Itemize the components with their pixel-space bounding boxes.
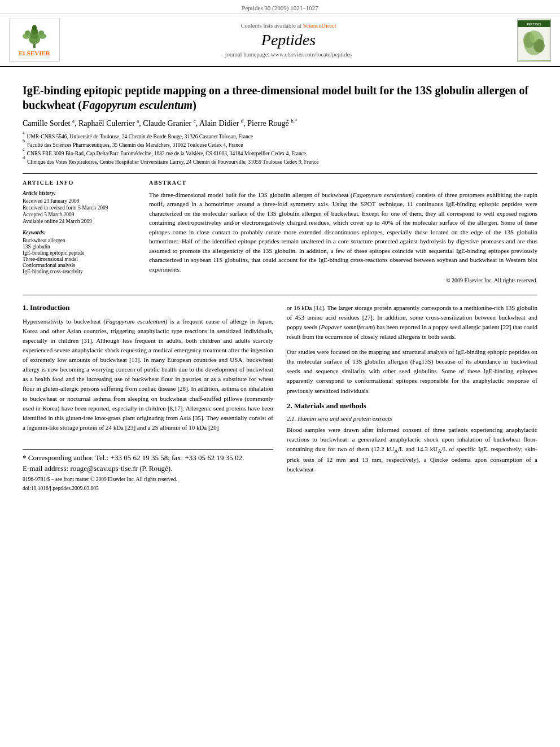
italic-papaver: Papaver somniferum (321, 324, 373, 330)
received-revised-date: Received in revised form 5 March 2009 (23, 205, 135, 211)
received-date: Received 23 January 2009 (23, 198, 135, 204)
svg-rect-0 (33, 43, 36, 48)
aff-text-a: UMR-CNRS 5546, Université de Toulouse, 2… (27, 133, 253, 141)
elsevier-tree-icon (19, 24, 50, 49)
issn-line: 0196-9781/$ – see front matter © 2009 El… (23, 477, 273, 482)
article-info-title: ARTICLE INFO (23, 180, 135, 186)
body-left-col: 1. Introduction Hypersensitivity to buck… (23, 303, 273, 491)
intro-paragraph-right-2: Our studies were focused on the mapping … (287, 347, 537, 395)
aff-sup-d: d (23, 158, 25, 166)
journal-homepage: journal homepage: www.elsevier.com/locat… (65, 51, 511, 58)
affiliations: a UMR-CNRS 5546, Université de Toulouse,… (23, 133, 537, 167)
affiliation-d: d Clinique des Voies Respiratoires, Cent… (23, 158, 537, 166)
sciencedirect-text: Contents lists available at (240, 23, 301, 29)
svg-point-7 (25, 30, 30, 35)
section1-heading: 1. Introduction (23, 303, 273, 312)
svg-point-15 (530, 32, 539, 43)
journal-cover-image: PEPTIDES (517, 19, 551, 62)
journal-volume-info: Peptides 30 (2009) 1021–1027 (242, 5, 318, 11)
journal-header: ELSEVIER Contents lists available at Sci… (0, 14, 560, 67)
authors-line: Camille Sordet a, Raphaël Culerrier a, C… (23, 118, 537, 128)
section2-heading: 2. Materials and methods (287, 401, 537, 410)
keyword-4: Three-dimensional model (23, 256, 135, 262)
page: Peptides 30 (2009) 1021–1027 ELSEVIER (0, 0, 560, 747)
main-content: IgE-binding epitopic peptide mapping on … (0, 67, 560, 503)
svg-point-8 (38, 30, 44, 35)
keywords-section: Keywords: Buckwheat allergen 13S globuli… (23, 230, 135, 274)
article-info-box: ARTICLE INFO Article history: Received 2… (23, 180, 135, 274)
abstract-title: ABSTRACT (149, 180, 537, 186)
title-divider (23, 173, 537, 174)
article-info-col: ARTICLE INFO Article history: Received 2… (23, 180, 135, 284)
sciencedirect-link[interactable]: ScienceDirect (303, 23, 336, 29)
keyword-5: Conformational analysis (23, 263, 135, 268)
keywords-label: Keywords: (23, 230, 135, 235)
footnote-divider: * Corresponding author. Tel.: +33 05 62 … (23, 449, 273, 491)
sciencedirect-line: Contents lists available at ScienceDirec… (65, 23, 511, 29)
article-info-abstract-section: ARTICLE INFO Article history: Received 2… (23, 180, 537, 284)
keyword-3: IgE-binding epitopic peptide (23, 250, 135, 256)
cover-svg-art: PEPTIDES (518, 20, 550, 60)
email-note: E-mail address: rouge@scav.ups-tlse.fr (… (23, 464, 273, 473)
italic-fagopyrum: Fagopyrum esculentum (106, 318, 165, 325)
article-history-label: Article history: (23, 190, 135, 196)
corresponding-author-note: * Corresponding author. Tel.: +33 05 62 … (23, 453, 273, 462)
keyword-6: IgE-binding cross-reactivity (23, 269, 135, 274)
available-online-date: Available online 24 March 2009 (23, 219, 135, 224)
abstract-text: The three-dimensional model built for th… (149, 190, 537, 274)
abstract-col: ABSTRACT The three-dimensional model bui… (149, 180, 537, 284)
affiliation-a: a UMR-CNRS 5546, Université de Toulouse,… (23, 133, 537, 141)
journal-name: Peptides (65, 31, 511, 49)
abstract-italic-1: Fagopyrum esculentum (353, 191, 412, 198)
aff-text-d: Clinique des Voies Respiratoires, Centre… (27, 158, 318, 166)
svg-text:PEPTIDES: PEPTIDES (527, 23, 541, 26)
affiliation-b: b Faculté des Sciences Pharmaceutiques, … (23, 141, 537, 149)
keyword-1: Buckwheat allergen (23, 238, 135, 243)
body-two-col: 1. Introduction Hypersensitivity to buck… (23, 303, 537, 491)
elsevier-logo: ELSEVIER (9, 19, 60, 62)
authors-text: Camille Sordet a, Raphaël Culerrier a, C… (23, 119, 298, 128)
section2-text: Blood samples were drawn after informed … (287, 425, 537, 475)
aff-text-c: CNRS FRE 3009 Bio-Rad, Cap Delta/Parc Eu… (27, 150, 307, 158)
intro-paragraph-right-1: or 16 kDa [14]. The larger storage prote… (287, 303, 537, 342)
journal-center: Contents lists available at ScienceDirec… (65, 19, 511, 62)
article-title: IgE-binding epitopic peptide mapping on … (23, 83, 537, 112)
title-end: ) (193, 99, 196, 111)
body-content: 1. Introduction Hypersensitivity to buck… (23, 295, 537, 491)
body-right-col: or 16 kDa [14]. The larger storage prote… (287, 303, 537, 491)
elsevier-label: ELSEVIER (19, 50, 50, 56)
doi-line: doi:10.1016/j.peptides.2009.03.005 (23, 486, 273, 491)
copyright-line: © 2009 Elsevier Inc. All rights reserved… (149, 277, 537, 283)
affiliation-c: c CNRS FRE 3009 Bio-Rad, Cap Delta/Parc … (23, 150, 537, 158)
aff-text-b: Faculté des Sciences Pharmaceutiques, 35… (27, 141, 243, 149)
keyword-2: 13S globulin (23, 244, 135, 250)
svg-point-4 (32, 25, 37, 30)
accepted-date: Accepted 5 March 2009 (23, 212, 135, 217)
intro-paragraph-1: Hypersensitivity to buckwheat (Fagopyrum… (23, 317, 273, 433)
title-italic: Fagopyrum esculentum (82, 99, 193, 111)
section2-sub: 2.1. Human sera and seed protein extract… (287, 415, 537, 422)
top-bar: Peptides 30 (2009) 1021–1027 (0, 0, 560, 14)
